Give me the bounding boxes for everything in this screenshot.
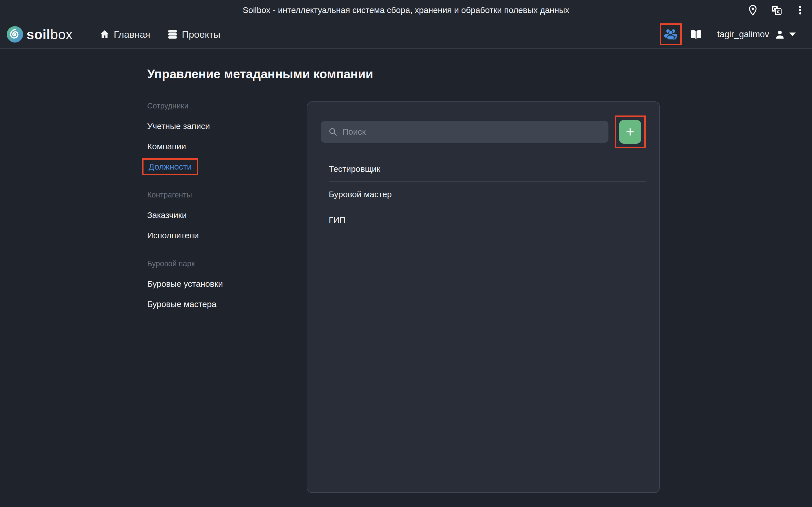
sidebar-item-positions-label: Должности [149, 162, 192, 172]
translate-icon[interactable]: G [771, 4, 782, 16]
user-menu[interactable]: tagir_galimov [703, 29, 796, 40]
nav-right: tagir_galimov [660, 23, 796, 45]
sidebar-section-employees: Сотрудники [147, 96, 249, 116]
list-item-tester[interactable]: Тестировщик [329, 157, 646, 182]
sidebar-section-counterparties: Контрагенты [147, 185, 249, 205]
nav-item-home[interactable]: Главная [99, 29, 150, 40]
users-admin-highlight-box [660, 23, 682, 45]
nav-home-label: Главная [114, 29, 150, 40]
brand-wordmark: soilbox [27, 27, 73, 42]
soilbox-app: Soilbox - интеллектуальная система сбора… [0, 0, 812, 507]
list-item-gip[interactable]: ГИП [329, 207, 646, 233]
app-title: Soilbox - интеллектуальная система сбора… [0, 0, 812, 20]
chevron-down-icon [790, 33, 796, 36]
sidebar-item-companies[interactable]: Компании [147, 136, 249, 157]
sidebar-section-drilling-fleet: Буровой парк [147, 253, 249, 274]
location-pin-icon[interactable] [747, 4, 758, 16]
nav-projects-label: Проекты [182, 29, 220, 40]
docs-book-icon[interactable] [690, 28, 703, 41]
add-button-highlight-box: + [615, 115, 646, 148]
sidebar-item-accounts[interactable]: Учетные записи [147, 116, 249, 136]
sidebar-item-contractors[interactable]: Исполнители [147, 225, 249, 245]
title-bar: Soilbox - интеллектуальная система сбора… [0, 0, 812, 20]
positions-highlight-box: Должности [142, 158, 198, 175]
search-input[interactable] [321, 121, 608, 143]
search-field-wrap [321, 121, 608, 143]
home-icon [99, 29, 110, 40]
metadata-sidebar: Сотрудники Учетные записи Компании Должн… [147, 96, 249, 314]
sidebar-item-positions[interactable]: Должности [147, 157, 249, 177]
titlebar-icons: G [747, 0, 806, 20]
sidebar-item-drilling-masters[interactable]: Буровые мастера [147, 294, 249, 314]
brand-bold: soil [27, 27, 50, 42]
users-settings-icon[interactable] [663, 27, 678, 42]
nav-bar: soilbox Главная Проекты [0, 20, 812, 48]
sidebar-item-drilling-rigs[interactable]: Буровые установки [147, 274, 249, 294]
brand-light: box [50, 27, 73, 42]
page-title: Управление метаданными компании [147, 67, 373, 81]
positions-panel: + Тестировщик Буровой мастер ГИП [307, 101, 660, 493]
sidebar-item-customers[interactable]: Заказчики [147, 205, 249, 225]
soilbox-logo-icon [7, 26, 23, 43]
projects-stack-icon [167, 29, 178, 40]
app-header: Soilbox - интеллектуальная система сбора… [0, 0, 812, 49]
plus-icon: + [626, 124, 635, 139]
list-item-drill-master[interactable]: Буровой мастер [329, 182, 646, 207]
username: tagir_galimov [717, 29, 769, 40]
positions-list: Тестировщик Буровой мастер ГИП [329, 157, 646, 233]
search-row: + [321, 115, 646, 148]
brand-logo-link[interactable]: soilbox [7, 26, 73, 43]
kebab-menu-icon[interactable] [795, 4, 806, 16]
add-position-button[interactable]: + [619, 120, 641, 144]
search-icon [328, 127, 338, 136]
person-icon [774, 29, 785, 40]
nav-item-projects[interactable]: Проекты [167, 29, 220, 40]
